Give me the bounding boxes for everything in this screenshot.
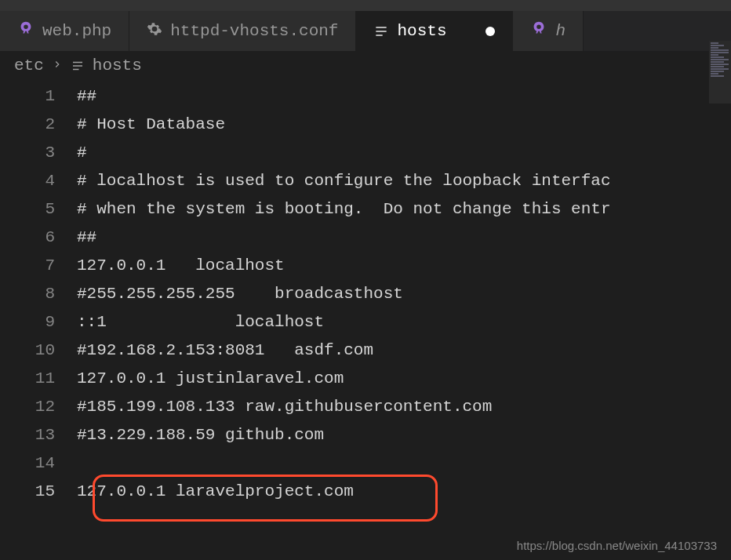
line-number: 3 — [0, 139, 55, 167]
code-line[interactable]: 127.0.0.1 justinlaravel.com — [77, 365, 731, 393]
modified-indicator-icon — [486, 27, 495, 36]
code-line[interactable]: ::1 localhost — [77, 308, 731, 336]
code-line[interactable]: 127.0.0.1 localhost — [77, 252, 731, 280]
php-icon — [530, 20, 547, 42]
tab-bar: web.php httpd-vhosts.conf hosts h — [0, 11, 731, 52]
minimap-line — [711, 52, 729, 53]
line-number: 7 — [0, 252, 55, 280]
minimap-line — [711, 71, 724, 72]
code-line[interactable]: # when the system is booting. Do not cha… — [77, 195, 731, 224]
line-number: 5 — [0, 195, 55, 224]
line-number: 1 — [0, 82, 55, 111]
code-line[interactable] — [77, 449, 731, 478]
tab-label: hosts — [397, 22, 446, 40]
minimap-line — [711, 64, 729, 65]
line-number: 4 — [0, 167, 55, 195]
minimap-line — [711, 61, 724, 63]
tab-label: httpd-vhosts.conf — [170, 22, 338, 40]
line-number: 11 — [0, 365, 55, 393]
minimap-line — [711, 68, 729, 70]
minimap-line — [711, 42, 718, 44]
code-line[interactable]: # localhost is used to configure the loo… — [77, 167, 731, 195]
minimap-line — [711, 66, 724, 67]
code-line[interactable]: #185.199.108.133 raw.githubusercontent.c… — [77, 393, 731, 421]
chevron-right-icon — [52, 56, 63, 75]
watermark: https://blog.csdn.net/weixin_44103733 — [517, 539, 717, 552]
code-line[interactable]: 127.0.0.1 laravelproject.com — [77, 478, 731, 506]
line-number: 8 — [0, 280, 55, 308]
tab-overflow[interactable]: h — [513, 11, 584, 51]
file-text-icon — [71, 59, 85, 73]
line-number: 6 — [0, 224, 55, 252]
tab-hosts[interactable]: hosts — [356, 11, 513, 51]
line-number: 15 — [0, 478, 55, 506]
php-icon — [17, 20, 35, 42]
file-text-icon — [373, 24, 389, 39]
minimap-line — [711, 59, 729, 60]
minimap[interactable] — [709, 41, 731, 104]
code-line[interactable]: #255.255.255.255 broadcasthost — [77, 280, 731, 308]
line-number: 13 — [0, 421, 55, 449]
tab-label: h — [555, 22, 566, 40]
minimap-line — [711, 75, 724, 77]
editor[interactable]: 123456789101112131415 ### Host Database#… — [0, 79, 731, 560]
line-number: 12 — [0, 393, 55, 421]
line-number: 10 — [0, 336, 55, 365]
line-number-gutter: 123456789101112131415 — [0, 79, 77, 560]
breadcrumb-file: hosts — [93, 56, 142, 75]
line-number: 14 — [0, 449, 55, 478]
code-line[interactable]: #192.168.2.153:8081 asdf.com — [77, 336, 731, 365]
minimap-line — [711, 54, 718, 56]
minimap-line — [711, 45, 724, 46]
minimap-line — [711, 47, 718, 49]
tab-label: web.php — [42, 22, 111, 40]
minimap-line — [711, 56, 724, 58]
window-top-strip — [0, 0, 731, 11]
minimap-line — [711, 49, 729, 51]
tab-web-php[interactable]: web.php — [0, 11, 129, 51]
code-line[interactable]: #13.229.188.59 github.com — [77, 421, 731, 449]
minimap-line — [711, 73, 718, 75]
code-area[interactable]: ### Host Database## localhost is used to… — [77, 79, 731, 560]
code-line[interactable]: # Host Database — [77, 111, 731, 139]
code-line[interactable]: # — [77, 139, 731, 167]
breadcrumb[interactable]: etc hosts — [0, 52, 731, 79]
tab-httpd-vhosts[interactable]: httpd-vhosts.conf — [129, 11, 356, 51]
line-number: 2 — [0, 111, 55, 139]
line-number: 9 — [0, 308, 55, 336]
code-line[interactable]: ## — [77, 82, 731, 111]
code-line[interactable]: ## — [77, 224, 731, 252]
breadcrumb-folder: etc — [14, 56, 44, 75]
gear-icon — [147, 21, 162, 42]
